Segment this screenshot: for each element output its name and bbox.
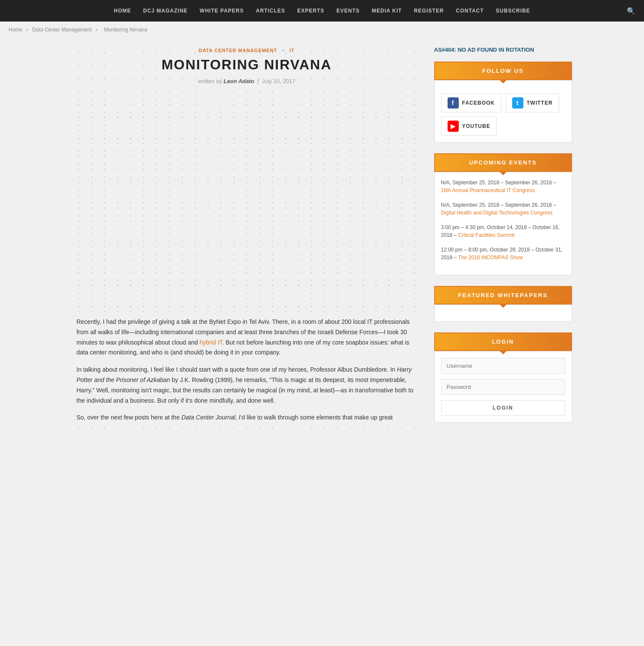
nav-item-articles[interactable]: ARTICLES: [250, 0, 291, 22]
article-date: July 10, 2017: [262, 78, 295, 84]
youtube-label: YOUTUBE: [462, 123, 491, 129]
youtube-icon: ▶: [448, 121, 459, 132]
upcoming-events-title: UPCOMING EVENTS: [434, 153, 572, 172]
event-item: N/A, September 25, 2018 – September 26, …: [441, 201, 565, 217]
nav-item-events[interactable]: EVENTS: [330, 0, 366, 22]
event-link[interactable]: 16th Annual Pharmaceutical IT Congress: [441, 187, 535, 193]
social-buttons: f FACEBOOK t TWITTER ▶ YOUTUBE: [441, 89, 565, 136]
widget-follow-us: FOLLOW US f FACEBOOK t TWITTER ▶ YOUTUBE: [434, 62, 572, 143]
ad-placeholder: AS#404: NO AD FOUND IN ROTATION: [434, 47, 572, 53]
breadcrumb-home[interactable]: Home: [9, 27, 22, 33]
category-separator: ✦: [281, 48, 285, 53]
widget-featured-whitepapers: FEATURED WHITEPAPERS: [434, 286, 572, 322]
nav-item-media-kit[interactable]: MEDIA KIT: [366, 0, 408, 22]
breadcrumb-current: Monitoring Nirvana: [104, 27, 147, 33]
main-nav: HOMEDCJ MAGAZINEWHITE PAPERSARTICLESEXPE…: [0, 0, 644, 22]
article-byline: written by Leon Adato | July 10, 2017: [72, 78, 421, 84]
breadcrumb: Home › Data Center Management › Monitori…: [0, 22, 644, 38]
event-item: 12:00 pm – 8:00 pm, October 29, 2018 – O…: [441, 246, 565, 261]
article-meta: DATA CENTER MANAGEMENT ✦ IT MONITORING N…: [72, 47, 421, 84]
event-item: N/A, September 25, 2018 – September 26, …: [441, 179, 565, 194]
article-paragraph-3: So, over the next few posts here at the …: [77, 413, 417, 423]
follow-us-body: f FACEBOOK t TWITTER ▶ YOUTUBE: [434, 80, 572, 143]
twitter-button[interactable]: t TWITTER: [506, 93, 559, 112]
nav-item-register[interactable]: REGISTER: [408, 0, 450, 22]
sidebar: AS#404: NO AD FOUND IN ROTATION FOLLOW U…: [434, 47, 572, 433]
breadcrumb-parent[interactable]: Data Center Management: [32, 27, 92, 33]
widget-login: LOGIN LOGIN: [434, 332, 572, 422]
nav-item-contact[interactable]: CONTACT: [450, 0, 490, 22]
nav-item-home[interactable]: HOME: [108, 0, 137, 22]
nav-item-subscribe[interactable]: SUBSCRIBE: [490, 0, 536, 22]
page-container: DATA CENTER MANAGEMENT ✦ IT MONITORING N…: [64, 38, 581, 442]
login-form: LOGIN: [434, 351, 572, 422]
facebook-icon: f: [448, 97, 459, 109]
facebook-button[interactable]: f FACEBOOK: [441, 93, 501, 112]
article-categories: DATA CENTER MANAGEMENT ✦ IT: [72, 47, 421, 53]
main-content: DATA CENTER MANAGEMENT ✦ IT MONITORING N…: [72, 47, 421, 433]
password-input[interactable]: [441, 379, 565, 395]
article-image: [72, 93, 421, 308]
twitter-icon: t: [512, 97, 523, 109]
login-title: LOGIN: [434, 332, 572, 351]
follow-us-title: FOLLOW US: [434, 62, 572, 80]
twitter-label: TWITTER: [527, 100, 553, 106]
event-link[interactable]: Digital Health and Digital Technologies …: [441, 210, 553, 216]
article-body: Recently, I had the privilege of giving …: [72, 317, 421, 423]
widget-upcoming-events: UPCOMING EVENTS N/A, September 25, 2018 …: [434, 153, 572, 275]
nav-item-white-papers[interactable]: WHITE PAPERS: [194, 0, 250, 22]
nav-item-dcj-magazine[interactable]: DCJ MAGAZINE: [137, 0, 193, 22]
category-link-2[interactable]: IT: [289, 48, 295, 53]
author-link[interactable]: Leon Adato: [224, 78, 254, 84]
search-icon[interactable]: 🔍: [627, 7, 635, 15]
hybrid-it-link[interactable]: hybrid IT: [199, 339, 222, 346]
events-list: N/A, September 25, 2018 – September 26, …: [434, 172, 572, 275]
event-link[interactable]: The 2018 INCOMPAS Show: [458, 255, 523, 261]
featured-whitepapers-title: FEATURED WHITEPAPERS: [434, 286, 572, 304]
event-link[interactable]: Critical Facilities Summit: [458, 232, 515, 238]
facebook-label: FACEBOOK: [462, 100, 495, 106]
username-input[interactable]: [441, 358, 565, 374]
event-item: 3:00 pm – 4:30 pm, October 14, 2018 – Oc…: [441, 224, 565, 239]
event-date: N/A, September 25, 2018 – September 26, …: [441, 180, 557, 186]
nav-item-experts[interactable]: EXPERTS: [291, 0, 330, 22]
article-paragraph-2: In talking about monitoring, I feel like…: [77, 365, 417, 406]
article-paragraph-1: Recently, I had the privilege of giving …: [77, 317, 417, 358]
article-title: MONITORING NIRVANA: [72, 57, 421, 73]
youtube-button[interactable]: ▶ YOUTUBE: [441, 117, 497, 136]
login-button[interactable]: LOGIN: [441, 400, 565, 416]
event-date: N/A, September 25, 2018 – September 26, …: [441, 202, 557, 208]
byline-prefix: written by: [198, 78, 222, 84]
category-link-1[interactable]: DATA CENTER MANAGEMENT: [199, 48, 277, 53]
